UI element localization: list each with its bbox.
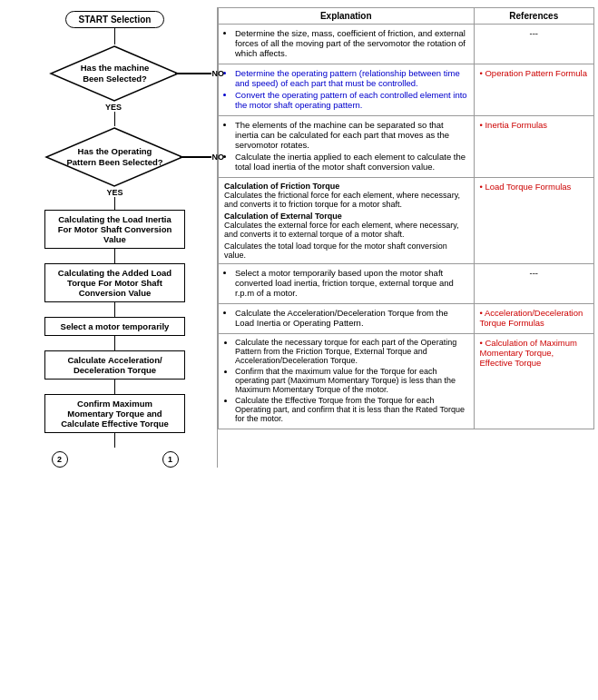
circle-2: 2 (52, 451, 68, 468)
references-6: • Acceleration/Deceleration Torque Formu… (474, 304, 593, 334)
references-4: • Load Torque Formulas (474, 178, 593, 264)
no-connector-2: NO (180, 153, 225, 162)
yes-label-wrap-1: YES (105, 103, 124, 112)
references-3: • Inertia Formulas (474, 116, 593, 178)
explanation-4: Calculation of Friction Torque Calculate… (219, 178, 475, 264)
references-1: --- (474, 25, 593, 64)
no-line-1 (175, 73, 211, 74)
references-2: • Operation Pattern Formula (474, 64, 593, 116)
line-after-select (114, 336, 116, 350)
explanation-5: Select a motor temporarily based upon th… (219, 264, 475, 304)
box-load-inertia: Calculating the Load Inertia For Motor S… (44, 210, 185, 249)
col-explanation-header: Explanation (219, 8, 475, 25)
diamond-operating-text: Has the OperatingPattern Been Selected? (66, 146, 162, 169)
table-row-3: The elements of the machine can be separ… (219, 116, 594, 178)
diamond-machine: Has the machineBeen Selected? NO (49, 44, 181, 103)
no-label-2: NO (212, 153, 225, 162)
box-accel-torque: Calculate Acceleration/Deceleration Torq… (44, 350, 185, 380)
table-row-7: Calculate the necessary torque for each … (219, 334, 594, 429)
col-references-header: References (474, 8, 593, 25)
diamond-machine-text: Has the machineBeen Selected? (81, 63, 150, 85)
box-load-torque: Calculating the Added Load Torque For Mo… (44, 263, 185, 302)
yes-section-1: YES (13, 103, 217, 126)
connector-line (114, 28, 116, 44)
explanation-table: Explanation References Determine the siz… (218, 7, 594, 429)
explanation-2: Determine the operating pattern (relatio… (219, 64, 475, 116)
yes-line-1 (114, 112, 116, 126)
yes-label-1: YES (105, 103, 122, 112)
no-label-1: NO (212, 69, 225, 78)
explanation-6: Calculate the Acceleration/Deceleration … (219, 304, 475, 334)
page: START Selection Has the machineBeen Sele… (0, 0, 598, 475)
bottom-circles: 2 1 (52, 451, 179, 468)
box-select-motor: Select a motor temporarily (44, 317, 185, 336)
explanation-3: The elements of the machine can be separ… (219, 116, 475, 178)
flow-container: START Selection Has the machineBeen Sele… (4, 7, 594, 468)
references-5: --- (474, 264, 593, 304)
explanation-7: Calculate the necessary torque for each … (219, 334, 475, 429)
diamond-operating: Has the OperatingPattern Been Selected? … (44, 126, 185, 188)
circle-1: 1 (162, 451, 179, 468)
table-row-1: Determine the size, mass, coefficient of… (219, 25, 594, 64)
yes-label-2: YES (106, 188, 123, 197)
explanation-1: Determine the size, mass, coefficient of… (219, 25, 475, 64)
table-row-2: Determine the operating pattern (relatio… (219, 64, 594, 116)
no-connector-1: NO (175, 69, 225, 78)
table-row-6: Calculate the Acceleration/Deceleration … (219, 304, 594, 334)
line-after-accel (114, 380, 116, 394)
flow-left: START Selection Has the machineBeen Sele… (4, 7, 217, 468)
table-row-4: Calculation of Friction Torque Calculate… (219, 178, 594, 264)
table-row-5: Select a motor temporarily based upon th… (219, 264, 594, 304)
line-after-torque (114, 302, 116, 317)
box-confirm-torque: Confirm MaximumMomentary Torque andCalcu… (44, 394, 185, 433)
references-7: • Calculation of Maximum Momentary Torqu… (474, 334, 593, 429)
line-after-inertia (114, 249, 116, 263)
line-after-confirm (114, 433, 116, 448)
yes-line-2 (114, 197, 116, 210)
start-node: START Selection (65, 11, 165, 28)
no-line-2 (180, 156, 211, 158)
yes-section-2: YES (13, 188, 217, 210)
flow-right: Explanation References Determine the siz… (217, 7, 594, 468)
